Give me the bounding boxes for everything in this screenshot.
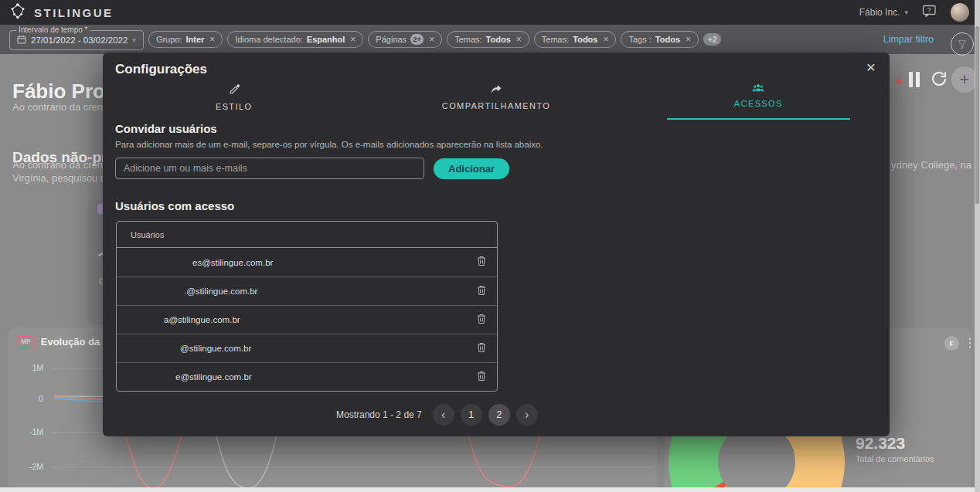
tab-acessos[interactable]: ACESSOS — [628, 79, 890, 120]
table-row: @stilingue.com.br — [117, 334, 497, 362]
settings-modal: Configurações × ESTILO COMPARTILHA — [103, 53, 890, 436]
table-row: .@stilingue.com.br — [117, 277, 497, 305]
tab-estilo[interactable]: ESTILO — [103, 79, 365, 120]
chip-label: Temas: — [542, 35, 569, 44]
total-comments-label: Total de comentários — [856, 454, 934, 463]
chip-value: Todos — [655, 35, 680, 44]
table-row: a@stilingue.com.br — [117, 305, 497, 334]
invite-description: Para adicionar mais de um e-mail, separe… — [115, 140, 543, 149]
modal-title: Configurações — [115, 62, 207, 77]
delete-user-button[interactable] — [475, 312, 488, 328]
filter-bar: Intervalo de tempo * 27/01/2022 - 03/02/… — [0, 25, 980, 54]
calendar-icon — [17, 33, 26, 47]
brand-name: STILINGUE — [34, 6, 114, 19]
modal-tabs: ESTILO COMPARTILHAMENTO — [103, 79, 890, 120]
user-email: e@stilingue.com.br — [117, 372, 252, 382]
filter-chip-tags[interactable]: Tags : Todos × — [621, 31, 699, 48]
refresh-button[interactable] — [930, 70, 948, 91]
source-badge[interactable]: F — [944, 336, 959, 351]
date-range-picker[interactable]: Intervalo de tempo * 27/01/2022 - 03/02/… — [9, 30, 144, 50]
chip-value: Todos — [573, 35, 597, 44]
page-2-button[interactable]: 2 — [488, 404, 510, 426]
total-comments-value: 92.323 — [856, 434, 905, 453]
filter-chip-temas-1[interactable]: Temas: Todos × — [447, 31, 529, 48]
chip-label: Tags : — [628, 35, 651, 44]
add-widget-button[interactable]: + — [951, 66, 978, 93]
count-badge: 2+ — [410, 34, 424, 45]
user-email: .@stilingue.com.br — [117, 287, 257, 296]
user-email: a@stilingue.com.br — [117, 315, 240, 324]
close-icon[interactable]: × — [686, 34, 691, 45]
recording-dot — [897, 79, 902, 84]
y-axis-tick: 1M — [14, 363, 43, 372]
users-heading: Usuários com acesso — [115, 199, 234, 212]
chevron-down-icon: ▾ — [132, 36, 136, 44]
mp-badge: MP — [17, 336, 35, 347]
chevron-down-icon: ▾ — [904, 8, 908, 16]
chip-value: Todos — [486, 35, 511, 44]
tab-label: ESTILO — [216, 102, 253, 111]
delete-user-button[interactable] — [475, 254, 488, 270]
clear-filter-link[interactable]: Limpar filtro — [883, 34, 934, 45]
filter-funnel-button[interactable] — [951, 32, 974, 56]
filter-chip-temas-2[interactable]: Temas: Todos × — [534, 31, 617, 48]
filter-chip-paginas[interactable]: Páginas 2+ × — [368, 31, 442, 48]
help-bubble-icon[interactable]: ? — [922, 5, 937, 21]
delete-user-button[interactable] — [475, 283, 488, 300]
vertical-scrollbar[interactable] — [975, 0, 980, 492]
stilingue-logo-icon — [9, 2, 26, 22]
more-filters-badge[interactable]: +2 — [703, 33, 721, 46]
chip-label: Temas: — [454, 35, 481, 44]
email-input[interactable] — [115, 158, 424, 179]
table-column-header: Usuários — [117, 222, 497, 248]
pagination: Mostrando 1 - 2 de 7 ‹ 1 2 › — [336, 404, 538, 426]
users-table: Usuários es@stilingue.com.br .@stilingue… — [116, 221, 498, 392]
close-icon[interactable]: × — [429, 34, 434, 45]
tab-label: COMPARTILHAMENTO — [442, 101, 550, 110]
filter-chip-idioma[interactable]: Idioma detectado: Espanhol × — [227, 31, 363, 48]
eyedropper-icon — [228, 83, 240, 98]
close-icon[interactable]: × — [863, 56, 879, 78]
y-axis-tick: -1M — [14, 427, 43, 436]
date-range-label: Intervalo de tempo * — [16, 25, 90, 34]
pagination-summary: Mostrando 1 - 2 de 7 — [336, 409, 422, 420]
date-range-value: 27/01/2022 - 03/02/2022 — [31, 36, 128, 45]
add-button[interactable]: Adicionar — [434, 158, 509, 179]
chip-label: Grupo: — [156, 35, 182, 44]
prev-page-button[interactable]: ‹ — [433, 404, 454, 426]
table-row: e@stilingue.com.br — [117, 362, 497, 391]
tab-label: ACESSOS — [734, 99, 783, 108]
user-email: @stilingue.com.br — [117, 344, 251, 353]
share-icon — [490, 83, 502, 97]
tab-compartilhamento[interactable]: COMPARTILHAMENTO — [365, 79, 627, 120]
body-text-fragment: ydney College, na — [891, 159, 971, 171]
scrollbar-thumb[interactable] — [975, 26, 979, 204]
account-name: Fábio Inc. — [859, 7, 900, 18]
close-icon[interactable]: × — [516, 34, 522, 45]
topbar-right: Fábio Inc. ▾ ? — [859, 3, 969, 22]
delete-user-button[interactable] — [475, 341, 488, 357]
invite-heading: Convidar usuários — [115, 122, 217, 135]
user-email: es@stilingue.com.br — [117, 258, 273, 267]
close-icon[interactable]: × — [209, 34, 215, 45]
app-window: STILINGUE Fábio Inc. ▾ ? Intervalo de te… — [0, 0, 980, 492]
chip-value: Espanhol — [307, 35, 345, 44]
chip-label: Páginas — [376, 35, 407, 44]
horizontal-scrollbar[interactable] — [0, 487, 975, 492]
account-menu[interactable]: Fábio Inc. ▾ — [859, 7, 908, 18]
y-axis-tick: -2M — [14, 462, 43, 471]
page-1-button[interactable]: 1 — [461, 404, 482, 426]
chip-value: Inter — [186, 35, 205, 44]
people-icon — [752, 83, 764, 95]
filter-chip-grupo[interactable]: Grupo: Inter × — [148, 31, 223, 48]
close-icon[interactable]: × — [603, 34, 608, 45]
table-row: es@stilingue.com.br — [117, 248, 497, 277]
next-page-button[interactable]: › — [516, 404, 538, 426]
pause-button[interactable] — [909, 72, 920, 87]
chip-label: Idioma detectado: — [235, 35, 302, 44]
y-axis-tick: 0 — [14, 394, 43, 403]
close-icon[interactable]: × — [350, 34, 356, 45]
user-avatar[interactable] — [951, 3, 969, 22]
topbar: STILINGUE Fábio Inc. ▾ ? — [0, 0, 980, 25]
delete-user-button[interactable] — [475, 369, 488, 385]
